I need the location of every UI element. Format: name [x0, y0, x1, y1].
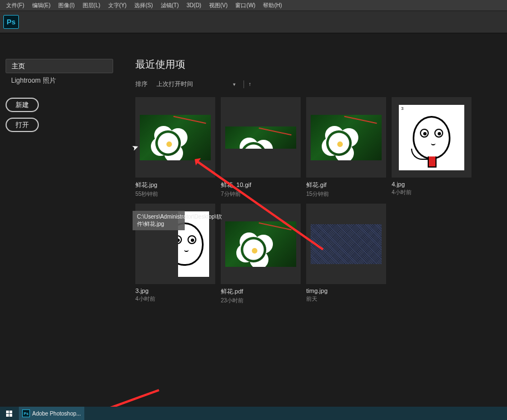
open-file-button[interactable]: 打开 — [6, 118, 39, 132]
file-time: 55秒钟前 — [135, 190, 215, 198]
recent-file-card[interactable]: 鲜花.jpg55秒钟前 — [135, 97, 215, 198]
menu-edit[interactable]: 编辑(E) — [28, 0, 54, 11]
ps-taskbar-icon: Ps — [22, 409, 30, 417]
file-time: 4小时前 — [392, 189, 471, 196]
file-time: 4小时前 — [135, 295, 215, 303]
new-file-button[interactable]: 新建 — [6, 98, 39, 112]
file-thumbnail[interactable]: 3 — [392, 97, 471, 178]
app-toolbar: Ps — [0, 11, 507, 33]
sort-label: 排序 — [135, 80, 148, 88]
file-name: 鲜花.gif — [306, 181, 386, 189]
taskbar-photoshop[interactable]: Ps Adobe Photoshop... — [19, 407, 84, 420]
nav-lightroom[interactable]: Lightroom 照片 — [6, 73, 113, 88]
recent-file-card[interactable]: 鲜花.pdf23小时前 — [221, 204, 301, 305]
home-sidebar: 主页 Lightroom 照片 新建 打开 — [0, 33, 119, 407]
file-thumbnail[interactable] — [135, 204, 215, 284]
file-time: 前天 — [306, 295, 386, 303]
file-thumbnail[interactable] — [306, 204, 386, 284]
recent-file-card[interactable]: 3.jpg4小时前 — [135, 204, 215, 305]
menu-type[interactable]: 文字(Y) — [104, 0, 130, 11]
file-name: 鲜花.jpg — [135, 181, 215, 189]
menu-bar: 文件(F) 编辑(E) 图像(I) 图层(L) 文字(Y) 选择(S) 滤镜(T… — [0, 0, 507, 11]
file-name: 4.jpg — [392, 181, 471, 188]
recent-file-card[interactable]: 鲜花.gif15分钟前 — [306, 97, 386, 198]
file-thumbnail[interactable] — [306, 97, 386, 178]
ps-app-icon: Ps — [3, 15, 19, 29]
sort-direction-button[interactable]: ↑ — [249, 81, 251, 87]
file-name: timg.jpg — [306, 287, 386, 294]
chevron-down-icon: ▾ — [233, 82, 236, 87]
separator — [244, 80, 244, 88]
windows-logo-icon — [6, 411, 12, 417]
menu-select[interactable]: 选择(S) — [130, 0, 156, 11]
nav-home[interactable]: 主页 — [6, 59, 113, 73]
menu-view[interactable]: 视图(V) — [205, 0, 231, 11]
file-thumbnail[interactable] — [221, 204, 301, 284]
sort-value: 上次打开时间 — [156, 80, 193, 88]
file-time: 15分钟前 — [306, 190, 386, 198]
menu-filter[interactable]: 滤镜(T) — [157, 0, 183, 11]
recent-section-title: 最近使用项 — [135, 58, 507, 71]
file-thumbnail[interactable] — [221, 97, 301, 178]
menu-image[interactable]: 图像(I) — [54, 0, 78, 11]
menu-file[interactable]: 文件(F) — [2, 0, 28, 11]
menu-window[interactable]: 窗口(W) — [231, 0, 259, 11]
file-name: 3.jpg — [135, 287, 215, 294]
recent-file-card[interactable]: 34.jpg4小时前 — [392, 97, 471, 198]
file-name: 鲜花.pdf — [221, 287, 301, 296]
file-time: 23小时前 — [221, 297, 301, 305]
menu-3d[interactable]: 3D(D) — [182, 0, 205, 11]
recent-file-card[interactable]: timg.jpg前天 — [306, 204, 386, 305]
recent-file-card[interactable]: 鲜花_10.gif7分钟前 — [221, 97, 301, 198]
menu-help[interactable]: 帮助(H) — [259, 0, 286, 11]
sort-dropdown[interactable]: 上次打开时间 ▾ — [153, 80, 239, 88]
menu-layer[interactable]: 图层(L) — [79, 0, 104, 11]
sort-bar: 排序 上次打开时间 ▾ ↑ — [135, 80, 507, 88]
file-thumbnail[interactable] — [135, 97, 215, 178]
windows-taskbar: Ps Adobe Photoshop... — [0, 407, 507, 420]
start-button[interactable] — [2, 407, 16, 420]
taskbar-app-label: Adobe Photoshop... — [32, 411, 81, 417]
file-time: 7分钟前 — [221, 190, 301, 198]
file-name: 鲜花_10.gif — [221, 181, 301, 189]
